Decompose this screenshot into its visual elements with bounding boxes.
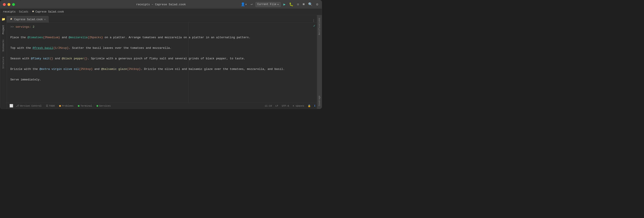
- debug-button[interactable]: 🐛: [288, 2, 294, 7]
- titlebar-actions: 👤▾ ↩ Current File ▾ ▶ 🐛 ⊙ ■ 🔍 ⚙: [240, 2, 319, 7]
- breadcrumb-receipts[interactable]: receipts: [3, 10, 16, 14]
- sidebar-tab-bookmarks[interactable]: Bookmarks: [2, 37, 4, 54]
- stop-button[interactable]: ■: [302, 2, 306, 7]
- text-serve: Serve immediately.: [10, 78, 41, 81]
- tab-label: Caprese Salad.cook: [14, 18, 43, 21]
- text-top-2: . Scatter the basil leaves over the toma…: [68, 46, 172, 50]
- encoding[interactable]: UTF-8: [282, 104, 289, 107]
- prompt-icon: >>: [10, 24, 14, 30]
- app-window: receipts – Caprese Salad.cook 👤▾ ↩ Curre…: [0, 0, 322, 109]
- ingredient-balsamic: @balsamic glaze: [101, 68, 127, 71]
- todo-panel[interactable]: ☰ TODO: [44, 104, 56, 107]
- minimize-button[interactable]: [8, 3, 10, 6]
- terminal-dot: [78, 105, 80, 107]
- editor-main[interactable]: >> servings: 2 Place the @tomatoes{3%med…: [7, 23, 312, 103]
- services-panel[interactable]: Services: [95, 104, 112, 107]
- ingredient-basil: @fresh basil: [32, 46, 53, 50]
- editor-divider: [188, 23, 188, 103]
- status-panels: ⎇ Version Control ☰ TODO Problems Termin…: [14, 104, 112, 108]
- amount-tomatoes: {3%medium}: [43, 36, 60, 39]
- problems-label: Problems: [62, 104, 74, 107]
- line-col[interactable]: 11:19: [265, 104, 272, 107]
- status-bar: ⬜ ⎇ Version Control ☰ TODO Problems: [7, 103, 317, 109]
- sidebar-tab-coverage[interactable]: Coverage: [318, 93, 321, 109]
- terminal-label: Terminal: [80, 104, 92, 107]
- tab-overflow-icon[interactable]: ⋮: [312, 19, 315, 22]
- main-area: 📁 Project Bookmarks Structure 🍳 Caprese …: [0, 15, 322, 109]
- run-target-dropdown[interactable]: Current File ▾: [256, 2, 281, 7]
- tab-file-icon: 🍳: [10, 18, 13, 21]
- lock-icon[interactable]: 🔒: [308, 104, 311, 107]
- expand-icon[interactable]: ⬜: [8, 104, 14, 108]
- amount-pepper: {}: [84, 57, 88, 60]
- right-gutter: ✓: [312, 23, 317, 103]
- problems-dot: [59, 105, 61, 107]
- code-line-place: Place the @tomatoes{3%medium} and @mozza…: [7, 35, 312, 40]
- text-drizzle-3: . Drizzle the olive oil and balsamic gla…: [141, 68, 285, 71]
- editor-tab-caprese[interactable]: 🍳 Caprese Salad.cook ✕: [7, 16, 48, 23]
- tab-close-button[interactable]: ✕: [44, 18, 46, 21]
- code-line-season: Season with @flaky salt{} and @black pep…: [7, 56, 312, 61]
- top-content: Top with the @fresh basil{1/2%cup}. Scat…: [10, 46, 308, 51]
- code-line-blank-2: [7, 40, 312, 46]
- sidebar-tab-structure[interactable]: Structure: [2, 54, 4, 71]
- text-top-1: Top with the: [10, 46, 32, 50]
- breadcrumb-salads[interactable]: Salads: [19, 10, 28, 14]
- text-place-3: on a platter. Arrange tomatoes and mozza…: [103, 36, 250, 39]
- code-line-blank-5: [7, 72, 312, 77]
- run-button[interactable]: ▶: [282, 2, 286, 7]
- text-place-1: Place the: [10, 36, 28, 39]
- text-season-1: Season with: [10, 57, 31, 60]
- version-control-label: Version Control: [20, 104, 42, 107]
- code-line-blank-3: [7, 51, 312, 56]
- traffic-lights: [3, 3, 15, 6]
- drizzle-content: Drizzle with the @extra virgin olive oil…: [10, 66, 308, 72]
- version-control-panel[interactable]: ⎇ Version Control: [14, 104, 43, 108]
- breadcrumb-file[interactable]: Caprese Salad.cook: [36, 10, 64, 14]
- maximize-button[interactable]: [12, 3, 15, 6]
- text-place-2: and: [60, 36, 68, 39]
- vc-icon: ⎇: [16, 104, 19, 108]
- tab-actions: ⋮: [312, 19, 317, 22]
- terminal-panel[interactable]: Terminal: [76, 104, 94, 107]
- code-line-servings: >> servings: 2: [7, 24, 312, 30]
- breadcrumb-sep-1: ›: [16, 10, 18, 14]
- info-icon[interactable]: ℹ: [314, 104, 315, 107]
- line-ending[interactable]: LF: [276, 104, 278, 107]
- window-title: receipts – Caprese Salad.cook: [136, 3, 186, 6]
- folder-icon[interactable]: 📁: [0, 16, 6, 22]
- todo-label: TODO: [49, 104, 55, 107]
- code-line-serve: Serve immediately.: [7, 77, 312, 82]
- status-info: 11:19 LF UTF-8 4 spaces 🔒 ℹ: [265, 104, 315, 107]
- user-icon[interactable]: 👤▾: [240, 2, 248, 7]
- breadcrumb-sep-2: ›: [29, 10, 31, 14]
- servings-val: 2: [33, 25, 34, 28]
- coverage-button[interactable]: ⊙: [296, 2, 300, 7]
- amount-basil: {1/2%cup}: [53, 46, 68, 50]
- sidebar-tab-notifications[interactable]: Notifications: [318, 15, 321, 38]
- code-line-blank-1: [7, 30, 312, 35]
- ingredient-salt: @flaky salt: [31, 57, 50, 60]
- ingredient-tomatoes: @tomatoes: [28, 36, 43, 39]
- serve-content: Serve immediately.: [10, 77, 308, 82]
- season-content: Season with @flaky salt{} and @black pep…: [10, 56, 308, 61]
- chevron-down-icon: ▾: [277, 3, 279, 6]
- settings-button[interactable]: ⚙: [315, 2, 319, 7]
- amount-salt: {}: [50, 57, 53, 60]
- text-season-2: and: [53, 57, 62, 60]
- text-drizzle-2: and: [92, 68, 101, 71]
- problems-panel[interactable]: Problems: [57, 104, 75, 107]
- editor-container: 🍳 Caprese Salad.cook ✕ ⋮ >> servings:: [7, 15, 317, 109]
- sidebar-tab-project[interactable]: Project: [2, 22, 4, 37]
- indent[interactable]: 4 spaces: [292, 104, 304, 107]
- vcs-icon[interactable]: ↩: [250, 2, 254, 7]
- search-button[interactable]: 🔍: [307, 2, 314, 7]
- text-season-3: . Sprinkle with a generous pinch of flak…: [88, 57, 245, 60]
- place-content: Place the @tomatoes{3%medium} and @mozza…: [10, 35, 308, 40]
- amount-mozzarella: {2%packs}: [88, 36, 103, 39]
- close-button[interactable]: [3, 3, 6, 6]
- todo-icon: ☰: [46, 104, 48, 107]
- tab-bar: 🍳 Caprese Salad.cook ✕ ⋮: [7, 15, 317, 23]
- ingredient-olive-oil: @extra virgin olive oil: [40, 68, 79, 71]
- titlebar: receipts – Caprese Salad.cook 👤▾ ↩ Curre…: [0, 0, 322, 8]
